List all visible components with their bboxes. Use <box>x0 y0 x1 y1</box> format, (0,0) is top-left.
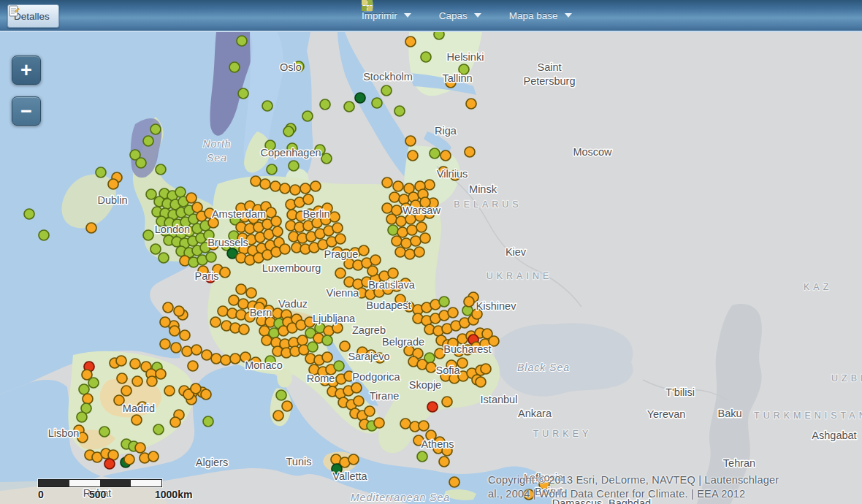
station-dot-orange[interactable] <box>238 299 248 309</box>
station-dot-orange[interactable] <box>211 354 221 364</box>
station-dot-orange[interactable] <box>465 147 475 157</box>
station-dot-orange[interactable] <box>273 411 283 421</box>
station-dot-green[interactable] <box>146 189 156 199</box>
station-dot-orange[interactable] <box>408 150 418 161</box>
station-dot-green[interactable] <box>237 36 247 46</box>
station-dot-orange[interactable] <box>169 326 180 336</box>
station-dot-orange[interactable] <box>388 268 398 278</box>
station-dot-orange[interactable] <box>131 415 142 425</box>
station-dot-dark-green[interactable] <box>355 93 365 103</box>
station-dot-orange[interactable] <box>416 222 427 232</box>
station-dot-orange[interactable] <box>414 247 424 257</box>
station-dot-orange[interactable] <box>332 223 343 233</box>
station-dot-red[interactable] <box>104 459 115 469</box>
station-dot-orange[interactable] <box>135 443 145 453</box>
station-dot-green[interactable] <box>417 451 427 462</box>
station-dot-orange[interactable] <box>170 417 180 427</box>
station-dot-green[interactable] <box>372 98 382 108</box>
station-dot-orange[interactable] <box>116 356 126 366</box>
station-dot-orange[interactable] <box>272 226 283 237</box>
station-dot-green[interactable] <box>421 52 431 62</box>
station-dot-orange[interactable] <box>348 454 359 465</box>
station-dot-orange[interactable] <box>262 335 272 345</box>
station-dot-green[interactable] <box>96 167 106 177</box>
station-dot-orange[interactable] <box>335 234 346 244</box>
station-dot-orange[interactable] <box>164 386 175 396</box>
station-dot-orange[interactable] <box>370 255 381 265</box>
station-dot-green[interactable] <box>99 427 110 437</box>
station-dot-orange[interactable] <box>86 223 96 233</box>
station-dot-green[interactable] <box>276 390 286 400</box>
station-dot-orange[interactable] <box>188 361 198 371</box>
station-dot-green[interactable] <box>229 62 240 72</box>
station-dot-orange[interactable] <box>210 317 221 327</box>
station-dot-orange[interactable] <box>359 245 369 256</box>
station-dot-orange[interactable] <box>466 99 476 109</box>
station-dot-orange[interactable] <box>322 352 332 362</box>
station-dot-orange[interactable] <box>481 364 491 374</box>
station-dot-green[interactable] <box>175 187 186 197</box>
station-dot-orange[interactable] <box>329 212 340 222</box>
station-dot-orange[interactable] <box>246 288 256 298</box>
station-dot-orange[interactable] <box>280 244 290 254</box>
station-dot-orange[interactable] <box>229 295 239 305</box>
station-dot-orange[interactable] <box>163 302 173 313</box>
station-dot-orange[interactable] <box>132 376 142 386</box>
station-dot-orange[interactable] <box>396 216 406 226</box>
station-dot-orange[interactable] <box>464 297 474 307</box>
station-dot-orange[interactable] <box>290 185 300 195</box>
basemap-menu[interactable]: Mapa base <box>509 10 572 21</box>
station-dot-orange[interactable] <box>476 377 486 387</box>
station-dot-orange[interactable] <box>130 359 140 369</box>
station-dot-orange[interactable] <box>400 419 411 429</box>
station-dot-orange[interactable] <box>202 350 212 360</box>
station-dot-orange[interactable] <box>239 324 249 335</box>
station-dot-green[interactable] <box>262 101 272 111</box>
station-dot-green[interactable] <box>388 225 398 235</box>
station-dot-orange[interactable] <box>367 266 378 276</box>
station-dot-green[interactable] <box>150 124 161 134</box>
station-dot-green[interactable] <box>322 335 332 345</box>
station-dot-orange[interactable] <box>405 37 416 47</box>
station-dot-orange[interactable] <box>365 406 375 416</box>
station-dot-orange[interactable] <box>160 317 170 327</box>
station-dot-orange[interactable] <box>271 216 281 226</box>
station-dot-orange[interactable] <box>386 214 397 224</box>
station-dot-orange[interactable] <box>83 394 93 404</box>
station-dot-orange[interactable] <box>221 355 231 365</box>
station-dot-orange[interactable] <box>395 247 405 257</box>
station-dot-orange[interactable] <box>282 401 292 411</box>
station-dot-orange[interactable] <box>171 343 181 353</box>
station-dot-green[interactable] <box>267 164 277 175</box>
station-dot-orange[interactable] <box>405 249 415 259</box>
station-dot-orange[interactable] <box>420 233 430 243</box>
station-dot-orange[interactable] <box>174 306 184 316</box>
station-dot-orange[interactable] <box>182 346 192 356</box>
station-dot-green[interactable] <box>159 253 169 263</box>
station-dot-orange[interactable] <box>449 477 459 487</box>
station-dot-orange[interactable] <box>180 330 190 340</box>
station-dot-orange[interactable] <box>124 454 134 465</box>
details-button[interactable]: Detalles <box>7 4 59 28</box>
station-dot-green[interactable] <box>153 424 164 435</box>
station-dot-orange[interactable] <box>117 373 127 383</box>
station-dot-orange[interactable] <box>121 386 131 396</box>
station-dot-orange[interactable] <box>230 354 240 364</box>
station-dot-orange[interactable] <box>160 339 170 349</box>
station-dot-orange[interactable] <box>351 383 362 393</box>
station-dot-orange[interactable] <box>393 181 403 191</box>
station-dot-orange[interactable] <box>407 225 417 235</box>
station-dot-green[interactable] <box>39 230 49 240</box>
station-dot-orange[interactable] <box>389 192 400 202</box>
station-dot-orange[interactable] <box>251 176 261 186</box>
layers-menu[interactable]: Capas <box>439 10 481 21</box>
station-dot-orange[interactable] <box>442 397 452 407</box>
station-dot-orange[interactable] <box>392 236 402 246</box>
station-dot-orange[interactable] <box>340 341 350 351</box>
station-dot-orange[interactable] <box>108 179 118 189</box>
station-dot-orange[interactable] <box>156 369 166 379</box>
station-dot-orange[interactable] <box>270 181 281 191</box>
station-dot-green[interactable] <box>88 378 99 388</box>
station-dot-green[interactable] <box>156 164 166 175</box>
station-dot-green[interactable] <box>24 209 34 219</box>
